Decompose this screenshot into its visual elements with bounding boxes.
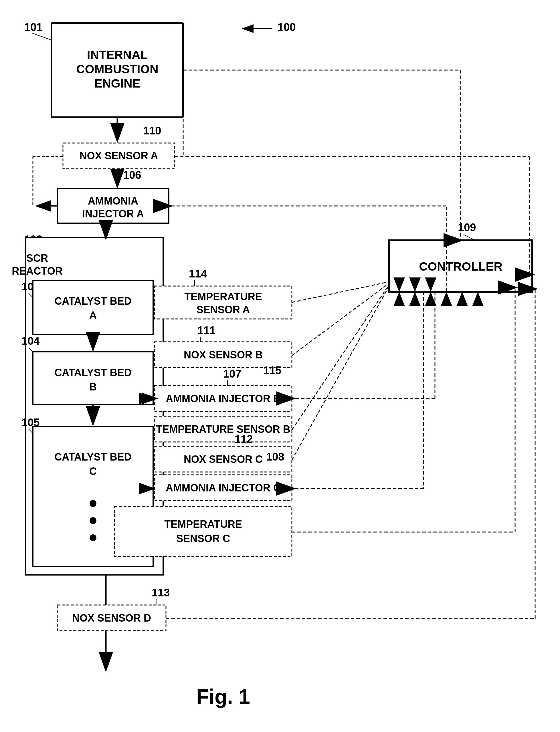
nox-sensor-a-label: NOX SENSOR A — [80, 150, 158, 162]
temp-a-to-controller — [292, 282, 389, 302]
ellipsis-dot-3 — [90, 534, 96, 541]
ammonia-injector-b-label: AMMONIA INJECTOR B — [166, 393, 281, 404]
temp-sensor-c-box — [114, 506, 292, 556]
temp-sensor-a-label-1: TEMPERATURE — [184, 291, 262, 303]
nox-c-to-controller — [292, 286, 389, 460]
controller-label: CONTROLLER — [419, 260, 502, 273]
ref-113: 113 — [152, 587, 170, 599]
catalyst-bed-b-label-2: B — [89, 381, 97, 393]
temp-sensor-c-label-1: TEMPERATURE — [164, 518, 242, 530]
ammonia-injector-a-label-1: AMMONIA — [88, 195, 138, 207]
ammonia-injector-a-label-2: INJECTOR A — [82, 208, 144, 220]
scr-reactor-label-2: REACTOR — [12, 265, 62, 277]
catalyst-bed-c-label-1: CATALYST BED — [54, 451, 131, 463]
ref-108: 108 — [266, 451, 284, 463]
temp-sensor-a-label-2: SENSOR A — [197, 304, 250, 316]
nox-sensor-c-label: NOX SENSOR C — [184, 453, 263, 465]
catalyst-bed-a-box — [33, 280, 153, 335]
ref-115: 115 — [263, 365, 281, 376]
engine-label-3: ENGINE — [94, 77, 140, 90]
ref-100: 100 — [278, 21, 296, 33]
nox-sensor-d-label: NOX SENSOR D — [72, 612, 151, 624]
temp-b-to-controller — [292, 285, 389, 430]
ref-101: 101 — [24, 21, 42, 33]
scr-reactor-label-1: SCR — [26, 252, 48, 264]
svg-line-7 — [31, 33, 52, 40]
engine-label-2: COMBUSTION — [76, 62, 159, 76]
catalyst-bed-a-label-2: A — [89, 310, 97, 321]
catalyst-bed-a-label-1: CATALYST BED — [54, 295, 131, 307]
ammonia-injector-c-label: AMMONIA INJECTOR C — [166, 482, 281, 494]
temp-sensor-c-label-2: SENSOR C — [176, 533, 230, 544]
catalyst-bed-b-label-1: CATALYST BED — [54, 367, 131, 378]
ref-114: 114 — [189, 268, 207, 280]
ref-112: 112 — [235, 433, 253, 445]
nox-b-to-controller — [292, 283, 389, 356]
engine-label-1: INTERNAL — [87, 48, 148, 62]
ellipsis-dot-2 — [90, 517, 96, 524]
ref-111: 111 — [197, 325, 215, 337]
ref-110: 110 — [143, 125, 161, 137]
nox-sensor-b-label: NOX SENSOR B — [184, 349, 263, 361]
ref-104: 104 — [21, 335, 39, 347]
ellipsis-dot-1 — [90, 500, 96, 507]
ref-106: 106 — [123, 169, 141, 181]
ref-107: 107 — [223, 368, 241, 380]
figure-label: Fig. 1 — [196, 685, 250, 708]
temp-sensor-b-label: TEMPERATURE SENSOR B — [156, 423, 290, 435]
catalyst-bed-c-label-2: C — [89, 465, 97, 477]
